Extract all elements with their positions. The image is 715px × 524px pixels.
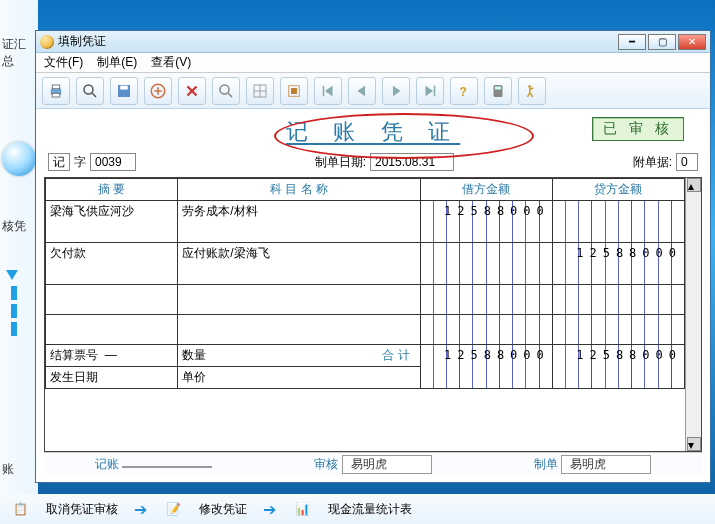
- attach-label: 附单据:: [633, 154, 672, 171]
- col-credit: 贷方金额: [552, 179, 684, 201]
- cell-credit[interactable]: [552, 201, 684, 243]
- settle-cell: 结算票号 —: [46, 345, 178, 367]
- menubar: 文件(F) 制单(E) 查看(V): [36, 53, 710, 73]
- attach-input[interactable]: 0: [676, 153, 698, 171]
- menu-make[interactable]: 制单(E): [97, 54, 137, 71]
- toolbar: ?: [36, 73, 710, 109]
- scrollbar[interactable]: ▴ ▾: [685, 178, 701, 451]
- svg-rect-24: [434, 85, 436, 96]
- approved-stamp: 已 审 核: [592, 117, 684, 141]
- svg-rect-2: [52, 93, 60, 97]
- svg-marker-23: [426, 85, 434, 96]
- cancel-audit-icon[interactable]: 📋: [10, 499, 30, 519]
- voucher-type-input[interactable]: 记: [48, 153, 70, 171]
- cell-subject[interactable]: [178, 285, 420, 315]
- maker-label: 制单: [534, 457, 558, 471]
- scroll-up-button[interactable]: ▴: [687, 178, 701, 192]
- minimize-button[interactable]: ━: [618, 34, 646, 50]
- insert-icon[interactable]: [246, 77, 274, 105]
- footer-bar: 记账 审核 易明虎 制单 易明虎: [44, 452, 702, 476]
- calculator-icon[interactable]: [484, 77, 512, 105]
- flow-icon[interactable]: [280, 77, 308, 105]
- cell-credit[interactable]: 12588000: [552, 243, 684, 285]
- col-summary: 摘 要: [46, 179, 178, 201]
- occur-date-cell: 发生日期: [46, 367, 178, 389]
- menu-view[interactable]: 查看(V): [151, 54, 191, 71]
- table-row[interactable]: [46, 285, 685, 315]
- svg-text:?: ?: [460, 84, 467, 98]
- status-bar: 📋 取消凭证审核 ➔ 📝 修改凭证 ➔ 📊 现金流量统计表: [0, 494, 715, 524]
- menu-file[interactable]: 文件(F): [44, 54, 83, 71]
- attach-group: 附单据: 0: [633, 153, 698, 171]
- cell-debit[interactable]: 12588000: [420, 201, 552, 243]
- delete-icon[interactable]: [178, 77, 206, 105]
- maximize-button[interactable]: ▢: [648, 34, 676, 50]
- cell-subject[interactable]: [178, 315, 420, 345]
- svg-point-12: [220, 85, 229, 94]
- left-label-btm: 账: [0, 459, 16, 480]
- table-row[interactable]: [46, 315, 685, 345]
- titlebar[interactable]: 填制凭证 ━ ▢ ✕: [36, 31, 710, 53]
- voucher-title: 记 账 凭 证: [286, 117, 461, 147]
- preview-icon[interactable]: [76, 77, 104, 105]
- acct-value: [122, 466, 212, 468]
- scroll-down-button[interactable]: ▾: [687, 437, 701, 451]
- last-icon[interactable]: [416, 77, 444, 105]
- status-edit[interactable]: 修改凭证: [199, 501, 247, 518]
- cell-subject[interactable]: 应付账款/梁海飞: [178, 243, 420, 285]
- left-label-top: 证汇总: [0, 34, 38, 72]
- help-icon[interactable]: ?: [450, 77, 478, 105]
- svg-rect-27: [495, 86, 501, 89]
- svg-line-4: [92, 93, 96, 97]
- maker-value: 易明虎: [561, 455, 651, 474]
- svg-marker-21: [358, 85, 366, 96]
- cell-summary[interactable]: 欠付款: [46, 243, 178, 285]
- table-row[interactable]: 梁海飞供应河沙劳务成本/材料12588000: [46, 201, 685, 243]
- cell-credit[interactable]: [552, 315, 684, 345]
- voucher-no-input[interactable]: 0039: [90, 153, 136, 171]
- cell-summary[interactable]: [46, 315, 178, 345]
- voucher-window: 填制凭证 ━ ▢ ✕ 文件(F) 制单(E) 查看(V) ? 记 账 凭 证 已…: [35, 30, 711, 483]
- cell-debit[interactable]: [420, 315, 552, 345]
- cell-summary[interactable]: [46, 285, 178, 315]
- audit-value: 易明虎: [342, 455, 432, 474]
- cell-summary[interactable]: 梁海飞供应河沙: [46, 201, 178, 243]
- decor-orb: [2, 142, 36, 176]
- add-icon[interactable]: [144, 77, 172, 105]
- svg-rect-6: [120, 85, 128, 89]
- total-debit: 12588000: [420, 345, 552, 389]
- svg-marker-20: [325, 85, 333, 96]
- cell-subject[interactable]: 劳务成本/材料: [178, 201, 420, 243]
- cell-credit[interactable]: [552, 285, 684, 315]
- voucher-no-group: 记 字 0039: [48, 153, 136, 171]
- date-label: 制单日期:: [315, 154, 366, 171]
- left-label-mid: 核凭: [0, 216, 38, 237]
- status-cashflow[interactable]: 现金流量统计表: [328, 501, 412, 518]
- svg-rect-1: [52, 85, 60, 89]
- audit-label: 审核: [314, 457, 338, 471]
- col-debit: 借方金额: [420, 179, 552, 201]
- app-icon: [40, 35, 54, 49]
- cashflow-icon[interactable]: 📊: [292, 499, 312, 519]
- svg-rect-18: [291, 88, 297, 94]
- cell-debit[interactable]: [420, 285, 552, 315]
- find-icon[interactable]: [212, 77, 240, 105]
- voucher-table[interactable]: 摘 要 科 目 名 称 借方金额 贷方金额 梁海飞供应河沙劳务成本/材料1258…: [45, 178, 685, 389]
- status-cancel-audit[interactable]: 取消凭证审核: [46, 501, 118, 518]
- acct-label: 记账: [95, 457, 119, 471]
- next-icon[interactable]: [382, 77, 410, 105]
- close-button[interactable]: ✕: [678, 34, 706, 50]
- prev-icon[interactable]: [348, 77, 376, 105]
- exit-icon[interactable]: [518, 77, 546, 105]
- first-icon[interactable]: [314, 77, 342, 105]
- print-icon[interactable]: [42, 77, 70, 105]
- table-row[interactable]: 欠付款应付账款/梁海飞12588000: [46, 243, 685, 285]
- svg-point-3: [84, 85, 93, 94]
- col-subject: 科 目 名 称: [178, 179, 420, 201]
- date-input[interactable]: 2015.08.31: [370, 153, 454, 171]
- svg-marker-22: [393, 85, 401, 96]
- edit-voucher-icon[interactable]: 📝: [163, 499, 183, 519]
- save-icon[interactable]: [110, 77, 138, 105]
- cell-debit[interactable]: [420, 243, 552, 285]
- window-title: 填制凭证: [58, 33, 106, 50]
